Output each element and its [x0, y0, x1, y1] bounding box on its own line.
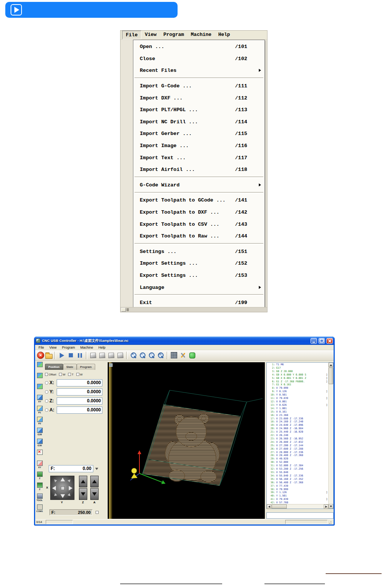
toolbar-separator[interactable]: [126, 352, 128, 359]
menu-item[interactable]: Export Toolpath to CSV ... /143: [133, 218, 264, 230]
gcode-line[interactable]: 35: X 56.160 Z -17.352: [267, 478, 328, 481]
gcode-line[interactable]: 28: X 28.480 Z -17.368: [267, 454, 328, 457]
gcode-line[interactable]: 25: X 27.200 Z -17.144: [267, 444, 328, 447]
menu-item[interactable]: Import Airfoil ... /118: [133, 164, 264, 176]
jog-right-arrow-icon[interactable]: [69, 486, 73, 490]
gcode-line[interactable]: 12: X 0.001: [267, 400, 328, 403]
gcode-line[interactable]: 24: X 26.880 Z -17.032: [267, 441, 328, 444]
horizontal-scroll-thumb[interactable]: [272, 504, 287, 509]
simulation-icon[interactable]: [170, 351, 178, 359]
connect-machine-icon[interactable]: [188, 351, 196, 359]
gcode-line[interactable]: 2: G17: [267, 366, 328, 370]
gcode-line[interactable]: 29: X 49.920: [267, 457, 328, 461]
menu-item[interactable]: [133, 191, 264, 194]
menu-bar-item[interactable]: Machine: [187, 31, 215, 39]
app-menu-item[interactable]: Help: [96, 345, 108, 350]
pause-icon[interactable]: [76, 351, 84, 359]
gcode-line[interactable]: 7: G1 X 0.161: [267, 383, 328, 386]
menu-item[interactable]: Import PLT/HPGL ... /113: [133, 104, 264, 116]
tools-settings-icon[interactable]: [179, 351, 187, 359]
gcode-list[interactable]: 1: T1 M6 2: G17 3: G0 Z 20.000 4: [266, 362, 334, 509]
minimize-button[interactable]: [311, 338, 317, 344]
feed-dropdown-icon[interactable]: [95, 468, 98, 470]
menu-item[interactable]: [133, 242, 264, 246]
feed-set-field[interactable]: F: 250.00: [49, 509, 93, 515]
window-titlebar[interactable]: CNC USB Controller - H:\桌面文件\Samples\Bea…: [34, 337, 335, 345]
menu-item[interactable]: Export Toolpath to DXF ... /142: [133, 206, 264, 219]
jog-up-arrow-icon[interactable]: [60, 478, 65, 481]
close-button[interactable]: [326, 338, 333, 344]
jog-a-down-button[interactable]: [90, 488, 99, 500]
menu-item[interactable]: [133, 293, 264, 297]
app-menu-item[interactable]: File: [36, 345, 47, 350]
gcode-line[interactable]: 31: X 52.800 Z -17.304: [267, 464, 328, 467]
menu-bar-item[interactable]: File: [122, 31, 141, 39]
checkbox[interactable]: [45, 373, 48, 376]
sidebar-icon-button[interactable]: XY: [36, 461, 43, 471]
sidebar-icon-button[interactable]: COM1: [36, 504, 43, 515]
jog-z-down-button[interactable]: [79, 488, 87, 500]
app-menu-item[interactable]: View: [47, 345, 59, 350]
axis-radio[interactable]: [45, 390, 48, 394]
gcode-line[interactable]: 9: Y 0.126 ]: [267, 390, 328, 393]
sidebar-icon-button[interactable]: XY: [36, 395, 43, 405]
menu-item[interactable]: Settings ... /151: [133, 246, 264, 258]
sidebar-icon-button[interactable]: TOOL: [36, 493, 43, 504]
zoom-extents-icon[interactable]: □: [148, 351, 156, 359]
gcode-vertical-scrollbar[interactable]: [328, 363, 333, 509]
gcode-line[interactable]: 42: X 57.760: [267, 501, 328, 504]
scroll-left-button[interactable]: [267, 504, 271, 509]
sidebar-icon-button[interactable]: [36, 373, 43, 383]
panel-tab[interactable]: State: [63, 364, 77, 370]
gcode-line[interactable]: 38: X 79.999: [267, 488, 328, 491]
toolpath-3d-view[interactable]: [108, 362, 265, 519]
toolbar-separator[interactable]: [54, 352, 56, 359]
gcode-line[interactable]: 14: Y 1.001: [267, 407, 328, 410]
view-side-icon[interactable]: [116, 351, 124, 359]
menu-item[interactable]: Close /102: [133, 53, 264, 65]
gcode-line[interactable]: 3: G0 Z 20.000: [267, 370, 328, 373]
sidebar-icon-button[interactable]: G28: [36, 428, 43, 438]
gcode-line[interactable]: 27: X 28.000 Z -17.336: [267, 451, 328, 454]
view-top-icon[interactable]: [98, 351, 106, 359]
checkbox[interactable]: [76, 373, 79, 376]
gcode-line[interactable]: 36: X 56.480 Z -17.368: [267, 481, 328, 484]
menu-item[interactable]: Import Text ... /117: [133, 152, 264, 164]
zoom-out-icon[interactable]: −: [139, 351, 147, 359]
jog-center-button[interactable]: [61, 486, 65, 490]
gcode-line[interactable]: 11: X 79.839 ]: [267, 397, 328, 400]
jog-a-up-button[interactable]: [90, 476, 99, 487]
axis-value-field[interactable]: 0.0000: [57, 406, 102, 414]
offset-checkbox-pair[interactable]: W: [76, 373, 83, 376]
gcode-line[interactable]: 4: G0 X 0.000 Y 0.000 S ]: [267, 373, 328, 377]
sidebar-icon-button[interactable]: Z: [36, 472, 43, 482]
app-menu-item[interactable]: Program: [59, 345, 78, 350]
axis-radio[interactable]: [45, 381, 48, 385]
gcode-horizontal-scrollbar[interactable]: [267, 504, 328, 509]
zoom-window-icon[interactable]: ▭: [157, 351, 165, 359]
offset-checkbox-pair[interactable]: W: [59, 373, 65, 376]
menu-item[interactable]: Import NC Drill ... /114: [133, 116, 264, 128]
gcode-line[interactable]: 37: X 77.439: [267, 484, 328, 488]
gcode-command-input[interactable]: [266, 512, 334, 519]
gcode-line[interactable]: 34: X 55.840 Z -17.336: [267, 474, 328, 478]
axis-value-field[interactable]: 0.0000: [57, 379, 102, 386]
sidebar-icon-button[interactable]: [36, 450, 43, 460]
scroll-down-button[interactable]: [329, 504, 333, 509]
jog-upleft-arrow-icon[interactable]: [53, 478, 57, 483]
gcode-line[interactable]: 6: G1 Z -17.368 F6000. ]: [267, 380, 328, 383]
jog-down-arrow-icon[interactable]: [60, 494, 65, 498]
sidebar-icon-button[interactable]: P2: [36, 417, 43, 427]
gcode-line[interactable]: 39: Y 1.126 ]: [267, 491, 328, 494]
jog-downleft-arrow-icon[interactable]: [53, 493, 57, 497]
gcode-line[interactable]: 17: X 23.680 Z -17.336: [267, 417, 328, 420]
gcode-line[interactable]: 5: G0 X 0.001 Y 0.001 Z ]: [267, 377, 328, 380]
gcode-line[interactable]: 18: X 24.160 Z -17.240: [267, 420, 328, 424]
menu-item[interactable]: [133, 176, 264, 179]
menu-item[interactable]: Export Toolpath to GCode ... /141: [133, 194, 264, 206]
menu-item[interactable]: Import Image ... /116: [133, 140, 264, 152]
jog-left-arrow-icon[interactable]: [52, 486, 56, 490]
gcode-line[interactable]: 32: X 53.280 Z -17.256: [267, 467, 328, 471]
app-menu-item[interactable]: Machine: [77, 345, 96, 350]
menu-bar-item[interactable]: View: [141, 31, 160, 39]
